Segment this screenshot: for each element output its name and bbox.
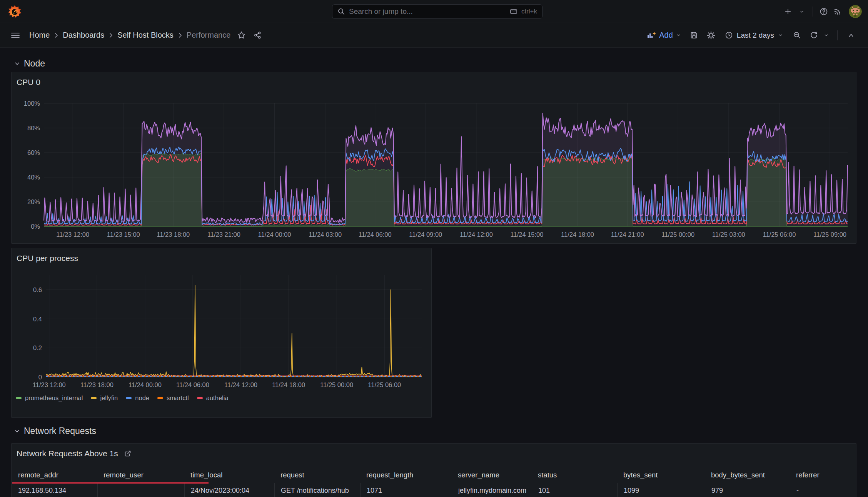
table-header-time_local[interactable]: time_local <box>184 467 274 483</box>
grafana-flame-icon <box>8 5 22 18</box>
table-cell: jellyfin.mydomain.com <box>452 483 532 497</box>
chevron-down-icon <box>14 428 20 434</box>
x-axis-tick: 11/25 00:00 <box>661 231 694 238</box>
top-navigation-bar: Search or jump to... ctrl+k <box>0 0 868 23</box>
table-header-remote_user[interactable]: remote_user <box>97 467 184 483</box>
legend-label: jellyfin <box>100 394 118 402</box>
chart-series <box>46 286 422 377</box>
legend-label: authelia <box>206 394 229 402</box>
legend-swatch <box>126 397 132 399</box>
x-axis-tick: 11/25 03:00 <box>712 231 745 238</box>
legend-label: smartctl <box>167 394 189 402</box>
legend-item-node[interactable]: node <box>126 394 149 402</box>
breadcrumb: Home Dashboards Self Host Blocks Perform… <box>29 31 230 40</box>
section-row-node[interactable]: Node <box>11 55 856 72</box>
x-axis-tick: 11/23 12:00 <box>33 381 66 388</box>
save-dashboard-button[interactable] <box>687 28 701 42</box>
search-icon <box>337 8 345 15</box>
clock-icon <box>725 31 733 39</box>
legend-item-smartctl[interactable]: smartctl <box>157 394 189 402</box>
chevron-up-icon <box>848 32 855 39</box>
refresh-button[interactable] <box>807 28 821 42</box>
y-axis-tick: 40% <box>27 174 40 181</box>
refresh-interval-toggle[interactable] <box>821 28 831 42</box>
table-header-request_length[interactable]: request_length <box>360 467 452 483</box>
x-axis-tick: 11/24 00:00 <box>129 381 162 388</box>
legend-item-jellyfin[interactable]: jellyfin <box>91 394 118 402</box>
legend-swatch <box>157 397 163 399</box>
chart-series <box>44 113 848 226</box>
dashboard-settings-button[interactable] <box>704 28 718 42</box>
search-shortcut: ctrl+k <box>509 8 537 15</box>
mega-menu-toggle[interactable] <box>8 28 23 43</box>
help-icon <box>820 7 828 16</box>
x-axis-tick: 11/24 12:00 <box>224 381 257 388</box>
plus-icon <box>784 8 792 15</box>
kiosk-mode-button[interactable] <box>844 28 858 42</box>
new-menu-toggle[interactable] <box>795 5 808 18</box>
panel-title-cpu-per-process[interactable]: CPU per process <box>17 253 78 263</box>
section-label-node: Node <box>24 58 45 69</box>
panel-title-network-requests[interactable]: Network Requests Above 1s <box>17 449 132 459</box>
gear-icon <box>707 31 715 40</box>
table-cell: 979 <box>705 483 790 497</box>
refresh-icon <box>810 31 818 39</box>
chevron-down-icon <box>799 9 805 14</box>
table-header-request[interactable]: request <box>274 467 360 483</box>
x-axis-tick: 11/23 18:00 <box>80 381 114 388</box>
dashboard-body: Node CPU 0 0%20%40%60%80%100%11/23 12:00… <box>0 55 868 497</box>
grafana-logo[interactable] <box>8 5 22 18</box>
chevron-right-icon <box>178 32 182 38</box>
time-range-picker[interactable]: Last 2 days <box>721 31 787 40</box>
x-axis-tick: 11/24 03:00 <box>309 231 342 238</box>
breadcrumb-dashboards[interactable]: Dashboards <box>63 31 104 40</box>
star-icon <box>237 31 245 39</box>
external-link-icon[interactable] <box>124 450 132 457</box>
help-button[interactable] <box>817 5 830 18</box>
x-axis-tick: 11/25 06:00 <box>763 231 796 238</box>
cpu-per-process-chart[interactable]: 00.20.40.611/23 12:0011/23 18:0011/24 00… <box>12 248 431 417</box>
table-header-status[interactable]: status <box>532 467 617 483</box>
legend-item-authelia[interactable]: authelia <box>197 394 229 402</box>
search-input[interactable]: Search or jump to... ctrl+k <box>332 4 542 19</box>
table-header-server_name[interactable]: server_name <box>452 467 532 483</box>
x-axis-tick: 11/24 06:00 <box>359 231 392 238</box>
breadcrumb-self-host-blocks[interactable]: Self Host Blocks <box>117 31 174 40</box>
new-button[interactable] <box>781 5 795 18</box>
y-axis-tick: 0% <box>31 223 40 230</box>
table-header-body_bytes_sent[interactable]: body_bytes_sent <box>705 467 790 483</box>
x-axis-tick: 11/23 12:00 <box>56 231 89 238</box>
section-row-network-requests[interactable]: Network Requests <box>11 422 856 439</box>
x-axis-tick: 11/24 15:00 <box>511 231 544 238</box>
hamburger-icon <box>10 31 20 40</box>
favorite-button[interactable] <box>234 28 248 42</box>
save-icon <box>690 31 698 39</box>
x-axis-tick: 11/23 18:00 <box>157 231 190 238</box>
add-panel-button[interactable]: Add <box>644 31 684 40</box>
breadcrumb-home[interactable]: Home <box>29 31 50 40</box>
cpu0-chart[interactable]: 0%20%40%60%80%100%11/23 12:0011/23 15:00… <box>12 72 856 243</box>
zoom-out-time-button[interactable] <box>790 28 804 42</box>
legend-label: prometheus_internal <box>25 394 83 402</box>
share-button[interactable] <box>250 28 264 42</box>
table-header-remote_addr[interactable]: remote_addr <box>12 467 97 483</box>
table-header-bytes_sent[interactable]: bytes_sent <box>617 467 705 483</box>
chart-legend: prometheus_internaljellyfinnodesmartctla… <box>16 394 229 402</box>
table-cell: - <box>790 483 856 497</box>
panel-title-cpu0[interactable]: CPU 0 <box>17 77 40 87</box>
refresh-controls <box>807 28 831 42</box>
x-axis-tick: 11/25 00:00 <box>320 381 353 388</box>
series-jellyfin <box>46 286 422 376</box>
y-axis-tick: 0.4 <box>33 316 42 322</box>
dashboard-quick-actions <box>234 28 264 42</box>
shortcut-label: ctrl+k <box>521 8 537 15</box>
legend-item-prometheus_internal[interactable]: prometheus_internal <box>16 394 83 402</box>
table-header-referrer[interactable]: referrer <box>790 467 856 483</box>
toolbar-divider <box>837 30 838 40</box>
x-axis-tick: 11/23 15:00 <box>107 231 140 238</box>
user-avatar[interactable] <box>849 5 862 18</box>
news-button[interactable] <box>831 5 844 18</box>
legend-swatch <box>91 397 97 399</box>
table-row[interactable]: 192.168.50.13424/Nov/2023:00:04GET /noti… <box>12 483 856 497</box>
x-axis-tick: 11/25 09:00 <box>813 231 846 238</box>
